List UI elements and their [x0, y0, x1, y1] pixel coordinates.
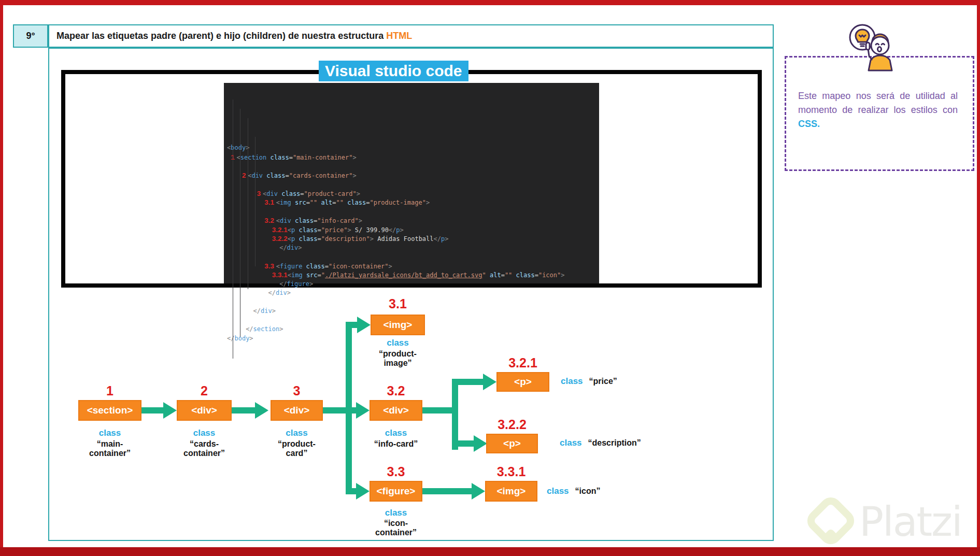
frame-top-bar: [0, 0, 980, 5]
node-number: 1: [78, 383, 141, 398]
frame-right-bar: [977, 5, 980, 556]
note-text-highlight: CSS.: [798, 119, 820, 129]
node-number: 3: [271, 383, 323, 398]
node-number: 2: [177, 383, 232, 398]
platzi-logo-icon: [805, 494, 857, 549]
branch-trunk-line: [452, 379, 458, 450]
class-label: class: [371, 338, 425, 348]
class-value: “main-container”: [68, 439, 152, 458]
tag-node-figure: <figure>: [370, 481, 422, 502]
class-label: class: [370, 428, 422, 438]
person-idea-illustration: [849, 23, 896, 85]
class-value: “product-card”: [260, 439, 333, 458]
arrow-head-icon: [472, 483, 485, 500]
arrow-line: [232, 407, 256, 414]
branch-trunk-line: [346, 322, 352, 494]
page-title-text: Mapear las etiquetas padre (parent) e hi…: [56, 31, 384, 41]
page: 9° Mapear las etiquetas padre (parent) e…: [0, 0, 980, 556]
indent-guide: [255, 137, 255, 266]
arrow-head-icon: [483, 374, 496, 390]
code-lines: <body> 1 <section class="main-container"…: [227, 144, 599, 343]
node-number: 3.2.1: [496, 355, 549, 370]
code-editor: <body> 1 <section class="main-container"…: [224, 83, 599, 283]
class-side-label: class “price”: [561, 376, 617, 387]
tag-node-div-product-card: <div>: [271, 400, 323, 421]
arrow-head-icon: [163, 402, 177, 419]
class-side-label: class “description”: [560, 438, 641, 448]
page-title: Mapear las etiquetas padre (parent) e hi…: [48, 24, 774, 48]
indent-guide: [248, 118, 248, 289]
class-label: class: [370, 508, 422, 518]
page-title-highlight: HTML: [386, 31, 412, 41]
tag-node-div-info-card: <div>: [370, 400, 422, 421]
class-label: class: [177, 428, 232, 438]
vscode-window-title: Visual studio code: [319, 61, 468, 81]
class-value: “icon-container”: [359, 519, 433, 537]
node-number: 3.2: [370, 383, 422, 398]
note-text-body: Este mapeo nos será de utilidad al momen…: [798, 91, 958, 115]
tag-node-p-price: <p>: [496, 372, 549, 392]
platzi-watermark: Platzi: [859, 498, 962, 545]
tag-node-p-description: <p>: [486, 434, 538, 453]
frame-left-bar: [0, 5, 3, 556]
node-number: 3.2.2: [486, 417, 538, 432]
node-number: 3.3: [370, 464, 422, 479]
class-label: class: [78, 428, 141, 438]
arrow-head-icon: [356, 483, 370, 500]
node-number: 3.1: [371, 296, 425, 311]
arrow-head-icon: [357, 317, 371, 333]
tag-node-img-icon: <img>: [485, 481, 537, 502]
indent-guide: [240, 109, 240, 337]
class-value: “product-image”: [360, 349, 435, 368]
arrow-line: [452, 440, 475, 447]
lesson-number-cell: 9°: [13, 24, 48, 48]
class-side-label: class “icon”: [547, 486, 600, 496]
arrow-line: [141, 407, 164, 414]
lesson-number: 9°: [26, 31, 35, 41]
indent-guide: [233, 99, 233, 359]
arrow-head-icon: [255, 402, 268, 419]
tag-node-img-product: <img>: [371, 315, 425, 335]
arrow-line: [452, 379, 484, 385]
arrow-line: [422, 488, 473, 494]
note-text: Este mapeo nos será de utilidad al momen…: [798, 89, 958, 131]
tag-node-div-cards: <div>: [177, 400, 232, 421]
node-number: 3.3.1: [485, 464, 537, 479]
class-label: class: [271, 428, 323, 438]
tag-node-section: <section>: [78, 400, 141, 421]
arrow-head-icon: [474, 435, 487, 452]
class-value: “cards-container”: [166, 439, 242, 458]
arrow-head-icon: [356, 402, 370, 419]
class-value: “info-card”: [359, 439, 433, 449]
